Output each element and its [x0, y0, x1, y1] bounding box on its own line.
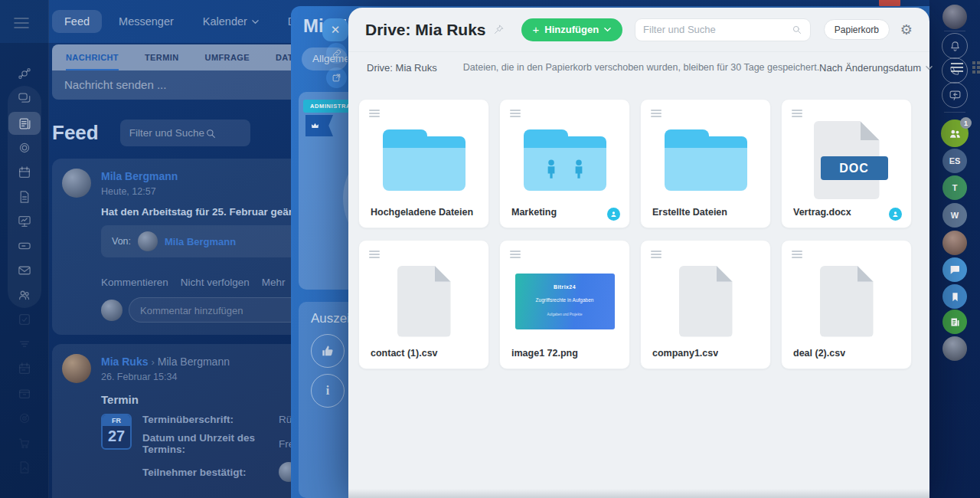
- sidebar-item-calendar-alt[interactable]: [18, 362, 32, 376]
- tile-menu-icon[interactable]: [651, 251, 662, 260]
- tab-allgemein[interactable]: Allgemein: [302, 48, 348, 70]
- sidebar-item-whiteboard[interactable]: [18, 215, 32, 229]
- document-icon: [18, 190, 32, 205]
- sidebar-item-store[interactable]: [18, 436, 32, 450]
- tile-menu-icon[interactable]: [369, 110, 380, 119]
- image-thumbnail: Bitrix24Zugriffsrechte in AufgabenAufgab…: [515, 274, 615, 329]
- drive-search-input[interactable]: [643, 24, 791, 35]
- list-view-icon[interactable]: [951, 62, 963, 73]
- sidebar-item-badge[interactable]: [18, 141, 32, 156]
- drive-icon: [18, 239, 32, 254]
- sidebar-item-sign[interactable]: [18, 460, 32, 475]
- feed-search-input[interactable]: Filter und Suche: [120, 120, 250, 146]
- post-quote: Von:Mila Bergmann: [101, 225, 323, 257]
- sidebar-item-drive[interactable]: [18, 239, 32, 254]
- drive-search[interactable]: [635, 18, 811, 41]
- calendar-tile: FR27: [101, 414, 132, 450]
- file-name: image1 72.png: [511, 348, 578, 359]
- modal-bottom-fade: [348, 489, 929, 498]
- people-outline-icon: [18, 288, 32, 303]
- calendar-icon: [18, 165, 32, 180]
- close-icon[interactable]: ✕: [322, 18, 348, 41]
- notifications-button[interactable]: [942, 33, 968, 59]
- post-author-link[interactable]: Mia Ruks: [101, 355, 148, 368]
- sidebar-item-people-outline[interactable]: [18, 288, 32, 303]
- sidebar-item-marketing[interactable]: [18, 411, 32, 426]
- nav-item-messenger[interactable]: Messenger: [106, 10, 186, 33]
- trash-button[interactable]: Papierkorb: [824, 19, 890, 40]
- feed-tab-nachricht[interactable]: NACHRICHT: [66, 44, 119, 70]
- recent-chats-button[interactable]: [942, 82, 968, 108]
- tile-menu-icon[interactable]: [510, 251, 521, 260]
- file-tile-company1-csv[interactable]: company1.csv: [640, 240, 771, 369]
- tile-menu-icon[interactable]: [651, 110, 662, 119]
- sidebar-item-crm[interactable]: [18, 337, 32, 352]
- sidebar-item-document[interactable]: [18, 190, 32, 205]
- add-button[interactable]: + Hinzufügen: [521, 18, 623, 41]
- pin-icon[interactable]: [493, 24, 505, 35]
- sort-dropdown[interactable]: Nach Änderungsdatum: [819, 62, 933, 74]
- avatar[interactable]: [62, 354, 91, 383]
- file-tile-deal-2-csv[interactable]: deal (2).csv: [781, 240, 912, 369]
- chat-bubble-button[interactable]: [942, 257, 967, 282]
- sidebar-item-calendar[interactable]: [18, 165, 32, 180]
- avatar[interactable]: [62, 169, 91, 198]
- post-action-1[interactable]: Nicht verfolgen: [181, 277, 250, 288]
- post-action-0[interactable]: Kommentieren: [101, 277, 168, 288]
- comment-input[interactable]: Kommentar hinzufügen: [129, 297, 317, 323]
- chat-w[interactable]: W: [942, 203, 967, 228]
- gear-icon[interactable]: ⚙: [900, 23, 913, 37]
- plus-icon: +: [533, 23, 540, 36]
- sidebar-item-workspace[interactable]: [18, 386, 32, 401]
- breadcrumb[interactable]: Drive: Mia Ruks: [367, 62, 437, 74]
- grid-view-icon[interactable]: [972, 61, 980, 74]
- chat-es[interactable]: ES: [942, 149, 967, 173]
- doc-file-icon: DOC: [814, 121, 880, 199]
- person-fill-icon: [609, 210, 618, 218]
- feed-tab-termin[interactable]: TERMIN: [145, 44, 179, 70]
- user-avatar[interactable]: [942, 5, 967, 29]
- tile-menu-icon[interactable]: [369, 251, 380, 260]
- open-in-new-icon[interactable]: [326, 67, 347, 88]
- sidebar-item-mail[interactable]: [18, 264, 32, 278]
- search-icon[interactable]: [791, 24, 802, 35]
- sidebar-item-chats[interactable]: [18, 91, 32, 106]
- feed-tab-umfrage[interactable]: UMFRAGE: [205, 44, 250, 70]
- tile-menu-icon[interactable]: [510, 110, 521, 119]
- chat-avatar[interactable]: [942, 336, 967, 361]
- file-tile-hochgeladene-dateien[interactable]: Hochgeladene Dateien: [358, 99, 489, 228]
- thumb-fill-icon: [320, 343, 335, 359]
- open-new-icon: [332, 73, 341, 83]
- saved-messages-button[interactable]: [942, 284, 967, 309]
- sidebar-item-tasks[interactable]: [18, 313, 32, 327]
- sidebar-item-network[interactable]: [18, 67, 32, 81]
- file-tile-vertrag-docx[interactable]: DOCVertrag.docx: [781, 99, 912, 228]
- file-tile-contact-1-csv[interactable]: contact (1).csv: [358, 240, 489, 369]
- file-name: deal (2).csv: [793, 348, 845, 359]
- chat-avatar[interactable]: [942, 231, 967, 255]
- thumb-up-icon[interactable]: [311, 334, 345, 368]
- quote-author-link[interactable]: Mila Bergmann: [165, 236, 236, 247]
- post-author-link[interactable]: Mila Bergmann: [101, 170, 178, 182]
- file-name: contact (1).csv: [371, 348, 438, 359]
- nav-item-feed[interactable]: Feed: [52, 10, 102, 33]
- tile-menu-icon[interactable]: [792, 110, 802, 119]
- nav-item-kalender[interactable]: Kalender: [191, 10, 271, 33]
- active-group-chat[interactable]: 1: [941, 120, 969, 147]
- divider: [944, 112, 965, 113]
- people-fill-icon: [948, 126, 962, 141]
- file-tile-marketing[interactable]: Marketing: [499, 99, 630, 228]
- news-chat-button[interactable]: [942, 310, 967, 334]
- chat-fill-icon: [949, 264, 961, 276]
- chat-t[interactable]: T: [942, 175, 967, 200]
- post-action-2[interactable]: Mehr: [262, 277, 286, 288]
- file-tile-image1-72-png[interactable]: Bitrix24Zugriffsrechte in AufgabenAufgab…: [499, 240, 630, 369]
- file-tile-erstellte-dateien[interactable]: Erstellte Dateien: [640, 99, 771, 228]
- bookmark-fill-icon: [949, 291, 961, 303]
- message-composer[interactable]: Nachricht senden ...: [52, 70, 297, 100]
- folder-icon: [665, 129, 747, 191]
- sidebar-item-feed[interactable]: [8, 112, 41, 135]
- info-icon[interactable]: i: [311, 374, 345, 408]
- post-recipient-link[interactable]: Mila Bergmann: [158, 355, 230, 368]
- tile-menu-icon[interactable]: [792, 251, 802, 260]
